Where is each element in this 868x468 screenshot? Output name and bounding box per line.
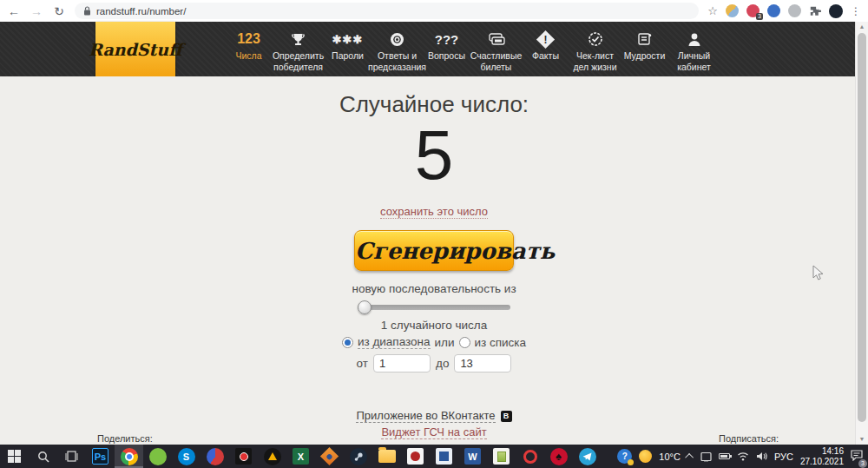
nav-item-account[interactable]: Личный кабинет [669,22,719,76]
profile-avatar[interactable] [829,4,843,18]
taskbar-steam[interactable] [344,445,372,468]
taskbar-floppy-app[interactable] [430,445,458,468]
nav-item-questions[interactable]: ??? Вопросы [422,22,471,76]
taskbar-document-app[interactable] [487,445,516,468]
taskbar-aimp[interactable] [258,445,286,468]
slider-handle[interactable] [358,300,372,314]
range-inputs-row: от до [0,354,868,372]
extension-blue-icon[interactable] [767,4,780,17]
random-number: 5 [0,122,868,188]
utorrent-icon [149,448,167,465]
scroll-icon [637,28,653,50]
notification-center-button[interactable]: 3 [851,449,863,465]
taskbar-explorer[interactable] [372,445,401,468]
clock[interactable]: 14:16 27.10.2021 [800,446,844,466]
back-icon[interactable]: ← [7,4,21,18]
taskbar-search-button[interactable] [29,445,57,468]
weather-sun-icon[interactable] [639,450,652,463]
trophy-icon [291,28,306,50]
telegram-icon [582,452,592,461]
taskbar-chrome[interactable] [115,445,143,468]
generate-button[interactable]: Сгенерировать [354,230,514,271]
nav-item-tickets[interactable]: Счастливые билеты [471,22,521,76]
nav-item-wisdom[interactable]: Мудрости [620,22,669,76]
taskbar-skype[interactable]: S [172,445,201,468]
site-logo[interactable]: RandStuff [95,22,175,76]
windows-logo-icon [8,450,21,463]
help-tray-icon[interactable]: ? [617,449,632,464]
scroll-down-icon[interactable]: ▼ [856,434,868,445]
bookmark-star-icon[interactable]: ☆ [707,4,718,17]
or-label: или [435,336,455,349]
page-content: Случайное число: 5 сохранить это число С… [0,76,868,445]
opera-icon [523,450,537,464]
speaker-icon[interactable] [756,452,767,461]
nav-item-numbers[interactable]: 123 Числа [224,22,273,76]
vk-app-link[interactable]: Приложение во ВКонтакте [356,409,495,423]
taskbar-telegram[interactable] [573,445,602,468]
url-text[interactable]: randstuff.ru/number/ [96,6,186,16]
subscribe-label: Подписаться: [719,433,779,444]
taskbar-orange-diamond-app[interactable] [315,445,344,468]
folder-icon [378,450,396,463]
language-indicator[interactable]: РУС [774,452,793,462]
nav-label: Ответы и предсказания [368,50,426,72]
forward-icon[interactable]: → [30,4,43,18]
temperature-text[interactable]: 10°C [659,452,681,462]
scroll-up-icon[interactable]: ▲ [856,22,868,32]
list-radio-label[interactable]: из списка [475,336,527,349]
to-input[interactable] [454,354,511,372]
save-number-link[interactable]: сохранить это число [380,205,488,219]
word-icon: W [464,448,481,465]
nav-item-passwords[interactable]: ✱✱✱ Пароли [323,22,372,76]
taskbar-word[interactable]: W [458,445,487,468]
taskbar-utorrent[interactable] [143,445,172,468]
taskbar-excel[interactable]: X [286,445,315,468]
fact-diamond-icon: ! [539,28,552,50]
scrollbar-thumb[interactable] [858,33,866,422]
mode-radio-row: из диапазона или из списка [0,335,868,349]
reload-icon[interactable]: ↻ [52,4,66,18]
start-button[interactable] [0,445,29,468]
taskbar-screen-recorder[interactable] [229,445,258,468]
taskbar-opera[interactable] [516,445,544,468]
wifi-icon[interactable] [737,452,749,461]
slider-track[interactable] [358,305,510,310]
clock-time: 14:16 [822,446,844,456]
nav-label: Вопросы [428,50,465,62]
list-radio[interactable] [459,337,470,348]
nav-item-answers[interactable]: Ответы и предсказания [372,22,422,76]
nav-item-winner[interactable]: Определить победителя [273,22,323,76]
site-logo-text: RandStuff [89,40,182,59]
from-label: от [357,357,368,370]
range-radio-label[interactable]: из диапазона [358,335,431,349]
taskbar-white-emblem-app[interactable] [401,445,430,468]
extensions-puzzle-icon[interactable] [809,5,821,17]
page-scrollbar[interactable]: ▲ ▼ [855,22,868,445]
taskbar-photoshop[interactable]: Ps [86,445,115,468]
widget-link[interactable]: Виджет ГСЧ на сайт [381,425,486,439]
address-bar[interactable]: randstuff.ru/number/ [75,3,699,19]
desktop-screen: ← → ↻ randstuff.ru/number/ ☆ 3 ⋮ RandStu… [0,0,868,468]
tablet-tray-icon[interactable] [700,452,712,462]
extension-red-icon[interactable]: 3 [746,4,760,17]
nav-item-checklist[interactable]: Чек-лист дел жизни [570,22,620,76]
from-input[interactable] [373,354,431,372]
orange-diamond-icon [320,447,339,465]
asterisks-icon: ✱✱✱ [332,28,364,50]
checklist-badge-icon [588,28,603,50]
taskbar-pokerstars[interactable]: ♠ [544,445,573,468]
nav-label: Мудрости [624,50,666,62]
task-view-button[interactable] [57,445,86,468]
nav-item-facts[interactable]: ! Факты [521,22,570,76]
browser-menu-icon[interactable]: ⋮ [851,5,861,17]
taskbar-red-swirl-app[interactable] [201,445,229,468]
tray-expand-icon[interactable] [685,453,694,462]
extension-shield-icon[interactable] [788,4,801,17]
battery-icon[interactable] [719,453,730,459]
range-radio[interactable] [342,337,353,348]
vk-icon[interactable]: B [501,411,512,422]
sequence-slider[interactable] [358,300,510,314]
red-swirl-app-icon [207,448,224,465]
extension-home-icon[interactable] [726,4,739,17]
